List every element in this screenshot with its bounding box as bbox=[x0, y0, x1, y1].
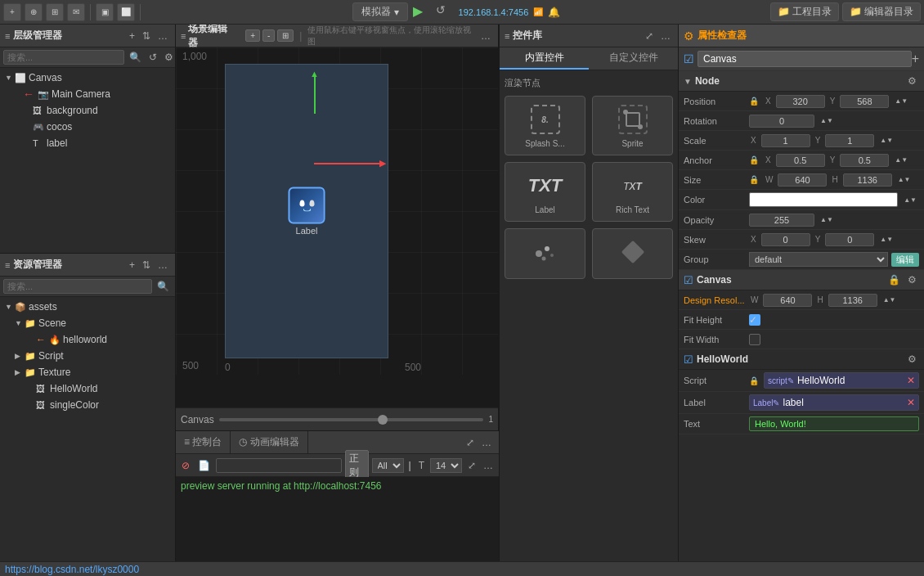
size-h-input[interactable] bbox=[843, 173, 892, 187]
color-expand-icon[interactable]: ▲▼ bbox=[901, 196, 919, 205]
tree-item-main-camera[interactable]: ← 📷 Main Camera bbox=[0, 86, 175, 102]
assets-search-icon[interactable]: 🔍 bbox=[155, 280, 172, 293]
tab-builtin[interactable]: 内置控件 bbox=[500, 47, 589, 70]
group-select[interactable]: default bbox=[749, 252, 888, 267]
assets-tree-helloworld-img[interactable]: 🖼 HelloWorld bbox=[0, 380, 175, 397]
canvas-cocos-object[interactable]: Label bbox=[289, 187, 325, 236]
text-prop-input[interactable] bbox=[749, 416, 919, 431]
canvas-section-settings-icon[interactable]: ⚙ bbox=[905, 273, 919, 286]
assets-more-btn[interactable]: … bbox=[155, 259, 170, 272]
scale-x-input[interactable] bbox=[761, 134, 810, 147]
console-expand2-btn[interactable]: ⤢ bbox=[465, 459, 478, 472]
tree-item-canvas[interactable]: ▼ ⬜ Canvas bbox=[0, 70, 175, 86]
hierarchy-search-input[interactable] bbox=[3, 50, 124, 65]
widget-splash[interactable]: 8. Splash S... bbox=[505, 96, 585, 155]
canvas-section-checkbox[interactable]: ☑ bbox=[684, 274, 693, 286]
design-h-input[interactable] bbox=[828, 294, 877, 307]
console-regex-check[interactable]: 正则 bbox=[345, 450, 368, 481]
hw-section-settings-icon[interactable]: ⚙ bbox=[905, 353, 919, 366]
scale-y-input[interactable] bbox=[825, 134, 874, 147]
play-button[interactable]: ▶ bbox=[413, 3, 431, 21]
size-w-input[interactable] bbox=[778, 173, 827, 187]
fit-height-checkbox[interactable]: ✓ bbox=[749, 314, 760, 326]
label-remove-btn[interactable]: ✕ bbox=[907, 397, 915, 408]
hierarchy-settings-btn[interactable]: ⚙ bbox=[162, 51, 176, 64]
anchor-expand-icon[interactable]: ▲▼ bbox=[892, 155, 910, 164]
canvas-checkbox[interactable]: ☑ bbox=[684, 52, 694, 65]
project-dir-btn[interactable]: 📁 工程目录 bbox=[770, 2, 839, 21]
assets-search-input[interactable] bbox=[3, 279, 152, 294]
tab-custom[interactable]: 自定义控件 bbox=[589, 47, 678, 70]
slider-thumb[interactable] bbox=[378, 415, 388, 425]
hierarchy-filter-btn[interactable]: ↺ bbox=[146, 51, 159, 64]
color-swatch[interactable] bbox=[749, 192, 898, 207]
fit-width-checkbox[interactable] bbox=[749, 334, 760, 345]
console-tab-main[interactable]: ≡ 控制台 bbox=[176, 431, 231, 453]
console-clear-btn[interactable]: ⊘ bbox=[179, 459, 192, 472]
zoom-out-btn[interactable]: - bbox=[262, 29, 275, 42]
hierarchy-more-btn[interactable]: … bbox=[155, 29, 170, 43]
toolbar-add-btn[interactable]: + bbox=[3, 3, 21, 21]
opacity-expand-icon[interactable]: ▲▼ bbox=[818, 215, 836, 224]
canvas-section-header[interactable]: ☑ Canvas 🔒 ⚙ bbox=[679, 270, 924, 290]
opacity-input[interactable] bbox=[749, 214, 814, 227]
pos-x-input[interactable] bbox=[776, 95, 825, 108]
anchor-x-input[interactable] bbox=[776, 154, 825, 167]
skew-expand-icon[interactable]: ▲▼ bbox=[877, 235, 895, 244]
refresh-button[interactable]: ↺ bbox=[436, 3, 454, 21]
pos-y-input[interactable] bbox=[840, 95, 889, 108]
script-remove-btn[interactable]: ✕ bbox=[907, 375, 915, 386]
widget-richtext[interactable]: TxT Rich Text bbox=[592, 162, 673, 222]
zoom-in-btn[interactable]: + bbox=[245, 29, 260, 42]
node-settings-icon[interactable]: ⚙ bbox=[905, 74, 919, 88]
scene-canvas[interactable]: 1,000 500 bbox=[176, 47, 498, 407]
hierarchy-sort-btn[interactable]: ⇅ bbox=[140, 29, 153, 43]
tree-item-cocos[interactable]: 🎮 cocos bbox=[0, 119, 175, 135]
canvas-name-input[interactable] bbox=[697, 51, 912, 67]
rotation-input[interactable] bbox=[749, 115, 814, 128]
assets-tree-script[interactable]: ▶ 📁 Script bbox=[0, 348, 175, 364]
anchor-y-input[interactable] bbox=[840, 154, 889, 167]
scene-zoom-slider[interactable] bbox=[219, 418, 484, 421]
inspector-add-btn[interactable]: + bbox=[912, 52, 919, 66]
widget-label[interactable]: TXT Label bbox=[505, 162, 585, 222]
rotation-expand-icon[interactable]: ▲▼ bbox=[818, 116, 836, 125]
group-edit-btn[interactable]: 编辑 bbox=[891, 253, 919, 267]
assets-add-btn[interactable]: + bbox=[127, 259, 137, 272]
console-close-btn[interactable]: … bbox=[481, 459, 496, 472]
tree-item-label[interactable]: T label bbox=[0, 135, 175, 151]
toolbar-move-btn[interactable]: ⬜ bbox=[117, 3, 135, 21]
design-expand-icon[interactable]: ▲▼ bbox=[881, 295, 899, 304]
scene-more-btn[interactable]: … bbox=[478, 29, 493, 43]
hw-section-checkbox[interactable]: ☑ bbox=[684, 353, 693, 366]
assets-tree-assets[interactable]: ▼ 📦 assets bbox=[0, 299, 175, 315]
sim-dropdown-btn[interactable]: 模拟器 ▾ bbox=[352, 2, 408, 21]
console-more-btn[interactable]: … bbox=[479, 436, 494, 449]
hierarchy-add-btn[interactable]: + bbox=[127, 29, 137, 43]
widget-sprite[interactable]: Sprite bbox=[592, 96, 673, 155]
skew-y-input[interactable] bbox=[825, 233, 874, 246]
skew-x-input[interactable] bbox=[761, 233, 810, 246]
editor-dir-btn[interactable]: 📁 编辑器目录 bbox=[842, 2, 921, 21]
console-filter-input[interactable] bbox=[216, 458, 342, 473]
scale-expand-icon[interactable]: ▲▼ bbox=[877, 136, 895, 145]
hierarchy-search-icon[interactable]: 🔍 bbox=[127, 51, 144, 64]
toolbar-rect-btn[interactable]: ▣ bbox=[96, 3, 114, 21]
design-w-input[interactable] bbox=[763, 294, 812, 307]
tree-item-background[interactable]: 🖼 background bbox=[0, 102, 175, 119]
widget-more-btn[interactable]: … bbox=[658, 29, 673, 43]
size-expand-icon[interactable]: ▲▼ bbox=[895, 175, 913, 184]
console-level-select[interactable]: All bbox=[372, 458, 404, 473]
toolbar-refresh-btn[interactable]: ⊕ bbox=[25, 3, 43, 21]
animation-tab[interactable]: ◷ 动画编辑器 bbox=[231, 431, 307, 453]
assets-tree-texture[interactable]: ▶ 📁 Texture bbox=[0, 364, 175, 380]
console-expand-btn[interactable]: ⤢ bbox=[464, 436, 477, 449]
canvas-section-lock-icon[interactable]: 🔒 bbox=[886, 273, 903, 286]
helloworld-section-header[interactable]: ☑ HelloWorld ⚙ bbox=[679, 349, 924, 370]
widget-particle[interactable] bbox=[505, 228, 585, 279]
widget-diamond[interactable] bbox=[592, 228, 673, 279]
console-font-size[interactable]: 14 bbox=[430, 458, 462, 473]
assets-tree-scene[interactable]: ▼ 📁 Scene bbox=[0, 315, 175, 331]
node-section-header[interactable]: ▼ Node ⚙ bbox=[679, 71, 924, 92]
toolbar-mail-btn[interactable]: ✉ bbox=[67, 3, 85, 21]
